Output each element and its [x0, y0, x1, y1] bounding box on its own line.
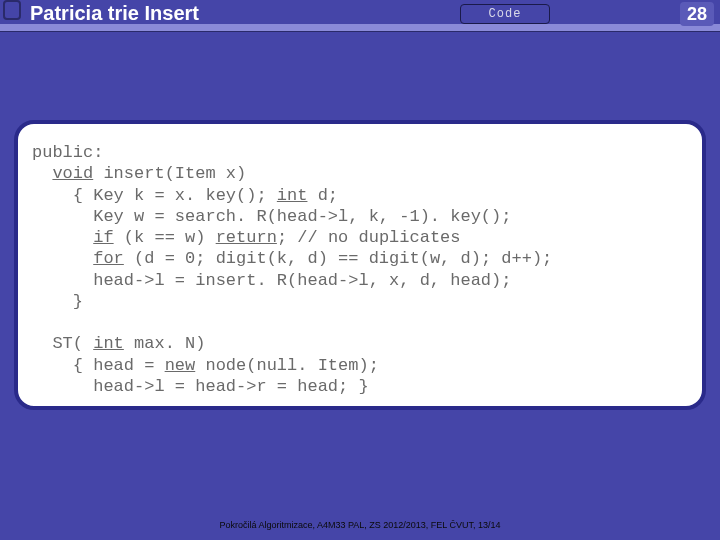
code-comment: // no duplicates [297, 228, 460, 247]
header-underline [0, 24, 720, 32]
code-line-indent [32, 228, 93, 247]
code-line: head->l = head->r = head; } [32, 377, 369, 396]
code-line: } [32, 292, 83, 311]
code-line-rest: (d = 0; digit(k, d) == digit(w, d); d++)… [124, 249, 552, 268]
code-line-semi: ; [277, 228, 297, 247]
section-badge: Code [460, 4, 550, 24]
header-tab-decoration [3, 0, 21, 20]
keyword-return: return [216, 228, 277, 247]
keyword-new: new [165, 356, 196, 375]
code-line-indent [32, 164, 52, 183]
code-line: head->l = insert. R(head->l, x, d, head)… [32, 271, 511, 290]
code-block: public: void insert(Item x) { Key k = x.… [32, 142, 688, 397]
code-line-mid: (k == w) [114, 228, 216, 247]
code-line-rest: insert(Item x) [93, 164, 246, 183]
page-number: 28 [680, 2, 714, 26]
code-line: Key w = search. R(head->l, k, -1). key()… [32, 207, 511, 226]
slide-footer: Pokročilá Algoritmizace, A4M33 PAL, ZS 2… [0, 520, 720, 530]
keyword-int: int [93, 334, 124, 353]
code-line-indent: ST( [32, 334, 93, 353]
keyword-int: int [277, 186, 308, 205]
keyword-for: for [93, 249, 124, 268]
keyword-if: if [93, 228, 113, 247]
code-line: public: [32, 143, 103, 162]
code-line-rest: max. N) [124, 334, 206, 353]
keyword-void: void [52, 164, 93, 183]
slide-title: Patricia trie Insert [30, 2, 199, 25]
code-panel: public: void insert(Item x) { Key k = x.… [14, 120, 706, 410]
code-line-rest: node(null. Item); [195, 356, 379, 375]
code-line-indent: { Key k = x. key(); [32, 186, 277, 205]
code-line-indent: { head = [32, 356, 165, 375]
code-line-rest: d; [307, 186, 338, 205]
slide-header: Patricia trie Insert Code 28 [0, 0, 720, 32]
code-line-indent [32, 249, 93, 268]
